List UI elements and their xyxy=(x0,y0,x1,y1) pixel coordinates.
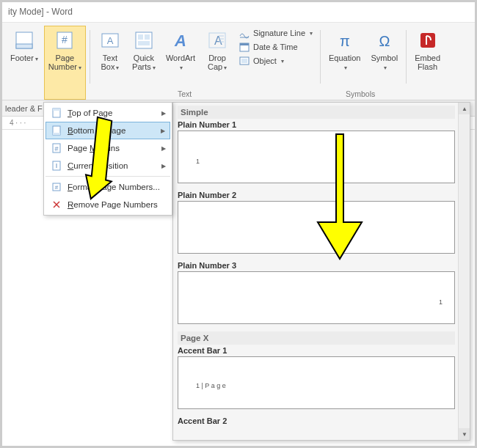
menu-top-of-page[interactable]: Top of Page ▶ xyxy=(45,104,170,122)
page-number-gallery: Simple Plain Number 1 1 Plain Number 2 P… xyxy=(172,102,470,441)
separator xyxy=(406,30,407,84)
svg-rect-1 xyxy=(16,44,32,48)
equation-button[interactable]: π Equation▾ xyxy=(324,26,365,100)
svg-rect-20 xyxy=(241,59,247,63)
header-footer-indicator: leader & F xyxy=(5,104,43,113)
svg-text:A: A xyxy=(214,34,222,47)
object-button[interactable]: Object▾ xyxy=(238,55,313,67)
separator xyxy=(320,30,321,84)
wordart-label: WordArt▾ xyxy=(166,54,195,73)
chevron-down-icon: ▾ xyxy=(310,30,313,37)
chevron-right-icon: ▶ xyxy=(161,128,165,134)
quick-parts-label: Quick Parts▾ xyxy=(132,54,156,73)
preview-accent-text: 1 | P a g e xyxy=(196,382,226,389)
gallery-item-plain-number-3[interactable]: 1 xyxy=(178,271,455,324)
chevron-down-icon: ▾ xyxy=(281,58,284,65)
text-box-button[interactable]: A Text Box▾ xyxy=(94,26,126,100)
scroll-up-button[interactable]: ▲ xyxy=(459,103,470,114)
date-time-button[interactable]: Date & Time xyxy=(238,41,313,53)
gallery-item-label: Plain Number 1 xyxy=(178,120,455,129)
wordart-icon: A xyxy=(169,29,192,52)
chevron-down-icon: ▾ xyxy=(180,65,183,71)
text-box-label: Text Box▾ xyxy=(101,54,119,73)
group-label-text: Text xyxy=(178,89,192,98)
page-number-icon: # xyxy=(53,29,76,52)
ribbon-group-symbols: π Equation▾ Ω Symbol▾ Symbols xyxy=(324,26,403,100)
menu-current-position[interactable]: Current Position ▶ xyxy=(45,157,170,175)
symbol-label: Symbol▾ xyxy=(371,54,398,73)
drop-cap-label: Drop Cap▾ xyxy=(208,54,227,73)
gallery-category-simple: Simple xyxy=(178,106,455,119)
gallery-item-label: Accent Bar 2 xyxy=(178,416,455,425)
ribbon-group-flash: Embed Flash xyxy=(409,26,445,100)
embed-flash-button[interactable]: Embed Flash xyxy=(410,26,445,100)
page-number-submenu: Top of Page ▶ Bottom of Page ▶ # Page Ma… xyxy=(43,102,172,216)
text-box-icon: A xyxy=(98,29,122,52)
chevron-right-icon: ▶ xyxy=(161,145,166,152)
signature-line-icon xyxy=(238,27,250,39)
chevron-right-icon: ▶ xyxy=(161,163,166,169)
menu-bottom-of-page[interactable]: Bottom of Page ▶ xyxy=(45,122,170,139)
quick-parts-button[interactable]: Quick Parts▾ xyxy=(128,26,160,100)
scroll-down-button[interactable]: ▼ xyxy=(459,428,470,440)
page-number-button[interactable]: # Page Number▾ xyxy=(44,26,86,100)
equation-label: Equation▾ xyxy=(329,54,360,73)
menu-format-page-numbers[interactable]: # Format Page Numbers... xyxy=(45,178,170,196)
drop-cap-icon: A xyxy=(205,29,229,52)
svg-text:#: # xyxy=(54,145,58,153)
footer-button[interactable]: Footer▾ xyxy=(6,26,43,100)
svg-text:A: A xyxy=(107,35,114,46)
gallery-item-label: Plain Number 2 xyxy=(178,191,455,199)
gallery-item-accent-bar-1[interactable]: 1 | P a g e xyxy=(178,356,455,409)
window-titlebar: ity Mode] - Word xyxy=(2,2,475,23)
gallery-scrollbar[interactable]: ▲ ▼ xyxy=(458,103,470,440)
bottom-of-page-icon xyxy=(50,125,63,136)
gallery-item-plain-number-2[interactable] xyxy=(178,201,455,254)
ribbon-stack-text: Signature Line▾ Date & Time Object▾ xyxy=(234,26,317,100)
svg-rect-7 xyxy=(138,34,143,40)
svg-rect-25 xyxy=(53,109,60,111)
svg-rect-8 xyxy=(145,34,150,40)
embed-flash-icon xyxy=(416,29,440,52)
gallery-item-plain-number-1[interactable]: 1 xyxy=(178,131,455,183)
preview-pagenum: 1 xyxy=(196,158,200,165)
signature-line-button[interactable]: Signature Line▾ xyxy=(238,27,313,39)
svg-text:#: # xyxy=(55,184,59,191)
chevron-down-icon: ▾ xyxy=(79,65,81,71)
menu-page-margins[interactable]: # Page Margins ▶ xyxy=(45,139,170,157)
window-title: ity Mode] - Word xyxy=(8,7,73,17)
format-numbers-icon: # xyxy=(50,182,63,192)
svg-text:A: A xyxy=(174,32,186,50)
chevron-down-icon: ▾ xyxy=(344,65,347,71)
date-time-icon xyxy=(238,41,250,53)
chevron-down-icon: ▾ xyxy=(384,65,387,71)
footer-label: Footer▾ xyxy=(10,54,38,64)
svg-rect-18 xyxy=(240,43,249,45)
svg-rect-23 xyxy=(420,33,435,48)
equation-icon: π xyxy=(333,29,357,52)
current-position-icon xyxy=(50,161,63,171)
chevron-right-icon: ▶ xyxy=(161,110,166,117)
chevron-down-icon: ▾ xyxy=(116,65,119,71)
embed-flash-label: Embed Flash xyxy=(415,54,440,71)
gallery-category-pagex: Page X xyxy=(178,331,455,345)
drop-cap-button[interactable]: A Drop Cap▾ xyxy=(201,26,233,100)
chevron-down-icon: ▾ xyxy=(35,56,38,62)
symbol-button[interactable]: Ω Symbol▾ xyxy=(366,26,402,100)
menu-separator xyxy=(45,176,170,177)
svg-rect-9 xyxy=(138,41,150,45)
svg-text:π: π xyxy=(340,33,350,49)
remove-numbers-icon xyxy=(50,199,63,210)
wordart-button[interactable]: A WordArt▾ xyxy=(161,26,200,100)
top-of-page-icon xyxy=(50,108,63,118)
page-number-label: Page Number▾ xyxy=(48,54,81,73)
page-margins-icon: # xyxy=(50,143,63,153)
chevron-down-icon: ▾ xyxy=(153,65,156,71)
object-icon xyxy=(238,55,250,67)
menu-remove-page-numbers[interactable]: Remove Page Numbers xyxy=(45,196,170,213)
symbol-icon: Ω xyxy=(373,29,396,52)
footer-icon xyxy=(12,29,36,52)
chevron-down-icon: ▾ xyxy=(224,65,227,71)
ribbon-group-headerfooter: Footer▾ # Page Number▾ xyxy=(5,26,87,100)
ribbon-group-text: A Text Box▾ Quick Parts▾ A WordArt▾ A Dr… xyxy=(93,26,317,100)
